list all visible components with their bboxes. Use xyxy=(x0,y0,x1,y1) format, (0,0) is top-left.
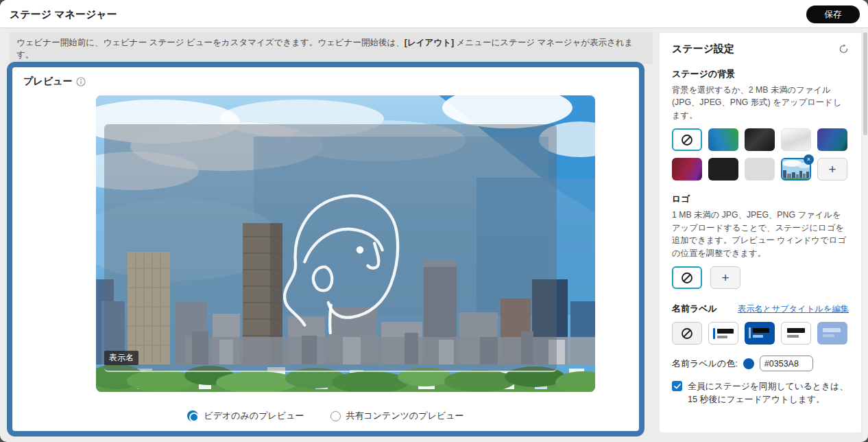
plus-icon: + xyxy=(828,162,836,177)
none-icon xyxy=(681,134,693,146)
info-icon[interactable] xyxy=(76,77,86,86)
scrollbar-track[interactable] xyxy=(863,28,868,442)
scrollbar-thumb[interactable] xyxy=(863,32,867,135)
radio-selected-icon[interactable] xyxy=(187,410,198,421)
plus-icon: + xyxy=(721,270,729,286)
background-city-photo-swatch[interactable]: × xyxy=(781,158,811,181)
radio-unselected-icon[interactable] xyxy=(330,411,341,421)
radio-shared-content[interactable]: 共有コンテンツのプレビュー xyxy=(330,410,464,422)
name-label-light-stacked-swatch[interactable] xyxy=(781,322,811,345)
radio-video-only[interactable]: ビデオのみのプレビュー xyxy=(187,410,304,422)
fade-checkbox[interactable] xyxy=(672,381,682,391)
name-label-styles xyxy=(672,322,849,345)
logo-section-desc: 1 MB 未満の JPG、JPEG、PNG ファイルをアップロードすることで、ス… xyxy=(672,209,849,259)
avatar-placeholder-icon xyxy=(267,170,418,334)
remove-city-photo-badge[interactable]: × xyxy=(804,154,814,165)
background-none-swatch[interactable] xyxy=(672,128,702,151)
name-label-translucent-swatch[interactable] xyxy=(817,322,847,345)
check-icon xyxy=(674,384,681,389)
fade-checkbox-label: 全員にステージを同期しているときは、15 秒後にフェードアウトします。 xyxy=(688,380,849,406)
stage-preview-image[interactable]: 表示名 xyxy=(96,95,595,392)
background-black-swatch[interactable] xyxy=(708,158,738,181)
background-swatches: × + xyxy=(672,128,849,181)
name-label-color-label: 名前ラベルの色: xyxy=(672,358,738,370)
background-green-blue-swatch[interactable] xyxy=(708,128,738,151)
save-button[interactable]: 保存 xyxy=(806,5,860,23)
preview-header: プレビュー xyxy=(23,75,86,88)
stage-manager-screen: ステージ マネージャー 保存 ウェビナー開始前に、ウェビナー ステージ ビューを… xyxy=(0,0,868,442)
preview-panel: プレビュー xyxy=(7,62,644,437)
name-label-blue-left-swatch[interactable] xyxy=(745,322,775,345)
display-name-label[interactable]: 表示名 xyxy=(104,351,138,365)
background-red-magenta-swatch[interactable] xyxy=(672,158,702,181)
background-light-wave-swatch[interactable] xyxy=(781,128,811,151)
name-label-color-dot[interactable] xyxy=(743,358,754,369)
logo-none-swatch[interactable] xyxy=(672,266,702,289)
none-icon xyxy=(681,327,693,340)
logo-add-button[interactable]: + xyxy=(710,266,740,289)
preview-mode-radios: ビデオのみのプレビュー 共有コンテンツのプレビュー xyxy=(12,410,639,422)
settings-title: ステージ設定 xyxy=(672,43,734,56)
refresh-icon[interactable] xyxy=(839,44,849,54)
name-label-section-title: 名前ラベル xyxy=(672,303,717,315)
name-label-light-left-swatch[interactable] xyxy=(708,322,738,345)
info-banner: ウェビナー開始前に、ウェビナー ステージ ビューをカスタマイズできます。ウェビナ… xyxy=(10,32,653,64)
background-add-button[interactable]: + xyxy=(817,158,847,181)
background-dark-wave-swatch[interactable] xyxy=(745,128,775,151)
none-icon xyxy=(681,272,693,284)
logo-section-title: ロゴ xyxy=(672,193,849,205)
top-bar: ステージ マネージャー 保存 xyxy=(0,0,868,28)
name-label-none-swatch[interactable] xyxy=(672,322,702,345)
preview-title: プレビュー xyxy=(23,75,72,88)
background-section-desc: 背景を選択するか、2 MB 未満のファイル (JPG、JPEG、PNG 形式) … xyxy=(672,84,849,121)
background-section-title: ステージの背景 xyxy=(672,68,849,80)
name-label-color-input[interactable] xyxy=(760,356,813,371)
edit-display-name-link[interactable]: 表示名とサブタイトルを編集 xyxy=(738,303,849,315)
stage-settings-panel: ステージ設定 ステージの背景 背景を選択するか、2 MB 未満のファイル (JP… xyxy=(660,33,861,432)
banner-line1: ウェビナー開始前に、ウェビナー ステージ ビューをカスタマイズできます。ウェビナ… xyxy=(16,36,646,61)
logo-swatches: + xyxy=(672,266,849,289)
background-light-gray-swatch[interactable] xyxy=(745,158,775,181)
close-icon: × xyxy=(807,156,810,163)
background-purple-teal-swatch[interactable] xyxy=(817,128,847,151)
page-title: ステージ マネージャー xyxy=(10,0,117,28)
